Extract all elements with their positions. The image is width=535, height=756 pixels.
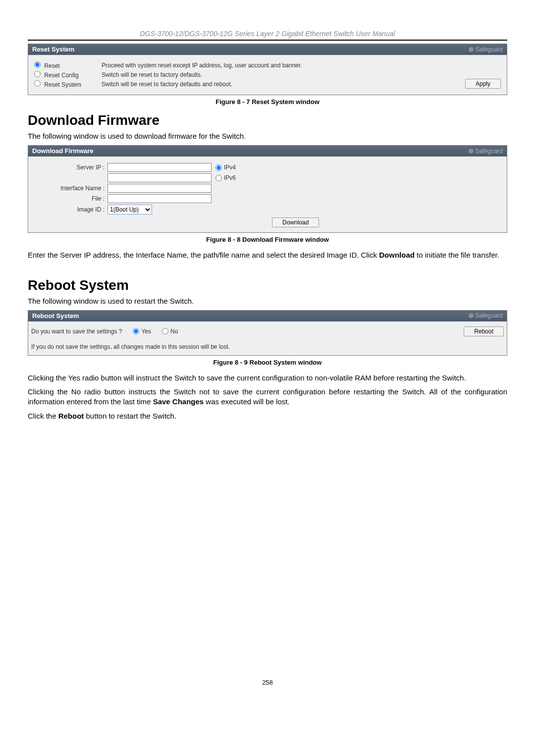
interface-label: Interface Name : [34,185,107,192]
reset-system-panel: Reset System Safeguard Reset Proceed wit… [28,44,507,95]
file-row: File : [34,194,501,203]
safeguard-badge: Safeguard [469,148,503,155]
page-number: 258 [28,679,507,686]
ipv6-radio[interactable] [215,175,222,181]
ipv4-radio[interactable] [215,164,222,171]
panel-header: Reset System Safeguard [28,44,507,55]
divider [28,40,507,41]
reset-option-row: Reset Config Switch will be reset to fac… [34,71,465,79]
reset-option-row: Reset Proceed with system reset except I… [34,61,465,69]
reboot-system-panel: Reboot System Safeguard Do you want to s… [28,310,507,356]
reset-radio-label: Reset Config [44,72,78,79]
reboot-intro: The following window is used to restart … [28,296,507,306]
save-yes-radio[interactable] [133,328,139,334]
file-input[interactable] [107,194,212,203]
reset-desc: Switch will be reset to factory defaults… [102,81,465,88]
reboot-warning: If you do not save the settings, all cha… [31,343,504,350]
save-yes-label: Yes [141,328,151,335]
reset-panel-body: Reset Proceed with system reset except I… [28,55,507,95]
image-id-select[interactable]: 1(Boot Up) [107,205,152,215]
download-firmware-panel: Download Firmware Safeguard Server IP : … [28,145,507,233]
panel-title: Download Firmware [32,147,94,155]
reboot-system-heading: Reboot System [28,277,507,293]
download-desc-text-a: Enter the Server IP address, the Interfa… [28,251,379,259]
panel-header: Reboot System Safeguard [28,311,507,322]
download-panel-body: Server IP : IPv4 IPv6 Interface Name : F… [28,157,507,232]
file-label: File : [34,195,107,202]
reset-radio-label: Reset System [44,81,81,88]
image-id-label: Image ID : [34,206,107,213]
safeguard-badge: Safeguard [469,46,503,53]
reboot-p2: Clicking the No radio button instructs t… [28,387,507,407]
reboot-panel-body: Do you want to save the settings ? Yes N… [28,322,507,355]
ipv6-label: IPv6 [224,174,236,181]
reboot-p3a: Click the [28,412,58,420]
panel-title: Reset System [32,46,74,53]
reboot-question-row: Do you want to save the settings ? Yes N… [31,328,178,335]
reset-desc: Switch will be reset to factory defaults… [102,71,465,78]
panel-header: Download Firmware Safeguard [28,146,507,157]
ipv4-label: IPv4 [224,164,236,171]
save-changes-bold: Save Changes [153,397,204,406]
download-firmware-heading: Download Firmware [28,112,507,128]
apply-button[interactable]: Apply [465,79,501,89]
figure-caption-8: Figure 8 - 8 Download Firmware window [28,236,507,243]
reboot-button[interactable]: Reboot [464,326,504,336]
reboot-p2b: was executed will be lost. [204,397,289,406]
server-ip-label: Server IP : [34,164,107,171]
reset-config-radio[interactable] [34,71,41,77]
server-ip-row: Server IP : IPv4 [34,163,501,172]
reset-option-row: Reset System Switch will be reset to fac… [34,80,465,88]
reset-system-radio[interactable] [34,80,41,87]
figure-caption-7: Figure 8 - 7 Reset System window [28,98,507,106]
reboot-p3: Click the Reboot button to restart the S… [28,411,507,421]
download-desc: Enter the Server IP address, the Interfa… [28,250,507,260]
reset-radio-label: Reset [44,62,59,69]
server-ip-row2: IPv6 [34,173,501,182]
reset-radio[interactable] [34,61,41,68]
image-id-row: Image ID : 1(Boot Up) [34,205,501,215]
reboot-bold: Reboot [58,412,84,420]
download-desc-text-b: to initiate the file transfer. [415,251,499,259]
reboot-p1: Clicking the Yes radio button will instr… [28,373,507,383]
interface-row: Interface Name : [34,184,501,193]
safeguard-badge: Safeguard [469,312,503,319]
panel-title: Reboot System [32,312,79,320]
save-no-label: No [170,328,178,335]
interface-input[interactable] [107,184,212,193]
server-ip-input-v6[interactable] [107,173,212,182]
download-button[interactable]: Download [272,217,319,227]
server-ip-input[interactable] [107,163,212,172]
download-intro: The following window is used to download… [28,131,507,141]
reboot-question-text: Do you want to save the settings ? [31,328,122,335]
reboot-p3b: button to restart the Switch. [84,412,176,420]
figure-caption-9: Figure 8 - 9 Reboot System window [28,359,507,366]
save-no-radio[interactable] [162,328,168,334]
download-bold: Download [379,251,415,259]
reset-desc: Proceed with system reset except IP addr… [102,62,465,69]
manual-header: DGS-3700-12/DGS-3700-12G Series Layer 2 … [28,30,507,38]
